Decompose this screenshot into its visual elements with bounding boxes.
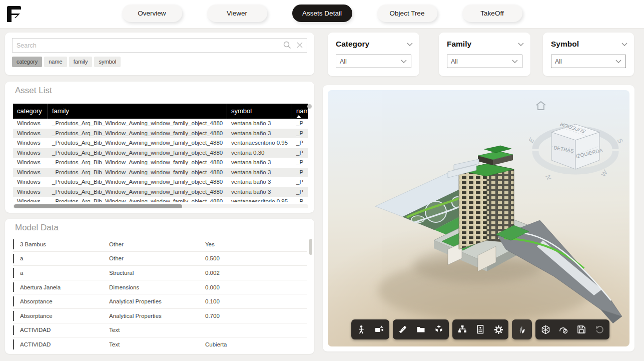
tab-object-tree[interactable]: Object Tree — [377, 5, 437, 22]
geometry-icon[interactable] — [537, 321, 554, 338]
model-data-row[interactable]: AbsorptanceAnalytical Properties0.700 — [13, 309, 307, 323]
first-person-walk-icon[interactable] — [353, 321, 370, 338]
category-select[interactable]: All — [336, 55, 411, 68]
column-header-family[interactable]: family — [48, 104, 227, 119]
model-data-cell: Cubierta — [205, 341, 307, 347]
table-cell: ventana baño 3 — [227, 158, 292, 168]
table-row[interactable]: Windows_Produtos_Arq_Bib_Window_Awning_w… — [13, 177, 308, 187]
camera-interactions-icon[interactable] — [371, 321, 388, 338]
search-input[interactable] — [12, 38, 307, 53]
model-data-row[interactable]: aStructural0.002 — [13, 266, 307, 280]
asset-horizontal-scroll-thumb[interactable] — [14, 204, 182, 208]
brand-tool-icon[interactable] — [513, 321, 530, 338]
chip-symbol[interactable]: symbol — [94, 57, 121, 67]
search-icon[interactable] — [283, 41, 292, 50]
model-data-cell: a — [13, 270, 109, 276]
chevron-down-icon[interactable] — [406, 42, 413, 47]
properties-icon[interactable] — [472, 321, 489, 338]
asset-vertical-scrollbar[interactable] — [307, 104, 312, 109]
table-row[interactable]: Windows_Produtos_Arq_Bib_Window_Awning_w… — [13, 197, 308, 202]
model-data-cell: 0.002 — [205, 270, 307, 276]
model-data-body: 3 BambusOtherYesaOther0.500aStructural0.… — [13, 237, 307, 351]
table-row[interactable]: Windows_Produtos_Arq_Bib_Window_Awning_w… — [13, 138, 308, 148]
filter-title-category[interactable]: Category — [336, 40, 413, 49]
viewer-toolbar — [351, 319, 609, 339]
search-panel: category name family symbol — [5, 33, 314, 75]
app-logo-icon[interactable] — [5, 4, 25, 24]
table-cell: Windows — [13, 187, 48, 197]
column-header-name-label: name — [296, 107, 308, 115]
settings-gear-icon[interactable] — [490, 321, 507, 338]
table-row[interactable]: Windows_Produtos_Arq_Bib_Window_Awning_w… — [13, 158, 308, 168]
model-data-cell: Other — [109, 241, 205, 247]
tab-assets-detail[interactable]: Assets Detail — [292, 5, 352, 22]
table-cell: _P — [292, 148, 308, 158]
model-data-row[interactable]: 3 BambusOtherYes — [13, 237, 307, 252]
chip-name[interactable]: name — [44, 57, 67, 67]
table-row[interactable]: Windows_Produtos_Arq_Bib_Window_Awning_w… — [13, 168, 308, 178]
save-icon[interactable] — [573, 321, 590, 338]
view-cube[interactable]: E S N W SUPERIOR DETRÁS IZQUIERDA — [525, 110, 625, 185]
asset-list-panel: Asset List category family symbol name W… — [5, 82, 314, 213]
model-data-cell: Yes — [205, 241, 307, 247]
model-vertical-scroll-thumb[interactable] — [309, 239, 312, 255]
table-cell: _P — [292, 158, 308, 168]
filter-title-symbol[interactable]: Symbol — [551, 40, 628, 49]
family-select[interactable]: All — [447, 55, 522, 68]
toolbar-group-brand — [512, 319, 532, 339]
model-data-cell: Abertura Janela — [13, 284, 109, 290]
column-header-category[interactable]: category — [13, 104, 48, 119]
symbol-select[interactable]: All — [551, 55, 626, 68]
tab-overview[interactable]: Overview — [122, 5, 182, 22]
table-row[interactable]: Windows_Produtos_Arq_Bib_Window_Awning_w… — [13, 187, 308, 197]
table-row[interactable]: Windows_Produtos_Arq_Bib_Window_Awning_w… — [13, 148, 308, 158]
filter-title-family[interactable]: Family — [447, 40, 524, 49]
table-cell: Windows — [13, 119, 48, 129]
table-cell: ventanaescritorio 0.95 — [227, 197, 292, 202]
model-data-row[interactable]: ACTIVIDADTextCubierta — [13, 337, 307, 351]
viewer-viewport[interactable]: E S N W SUPERIOR DETRÁS IZQUIERDA — [328, 90, 629, 346]
explode-model-icon[interactable] — [430, 321, 447, 338]
model-data-cell: ACTIVIDAD — [13, 341, 109, 347]
search-field-chips: category name family symbol — [12, 57, 121, 67]
home-view-icon[interactable] — [535, 100, 547, 111]
table-row[interactable]: Windows_Produtos_Arq_Bib_Window_Awning_w… — [13, 119, 308, 129]
column-header-symbol[interactable]: symbol — [227, 104, 292, 119]
toolbar-group-tools — [393, 319, 449, 339]
model-data-row[interactable]: Abertura JanelaDimensions0.000 — [13, 280, 307, 295]
model-data-cell: Text — [109, 341, 205, 347]
asset-horizontal-scroll-track[interactable] — [13, 204, 308, 208]
compass-letter-n: N — [544, 173, 553, 181]
model-data-cell: a — [13, 255, 109, 261]
model-data-cell: 3 Bambus — [13, 241, 109, 247]
sort-ascending-icon — [296, 115, 301, 118]
table-row[interactable]: Windows_Produtos_Arq_Bib_Window_Awning_w… — [13, 129, 308, 139]
table-cell: _P — [292, 177, 308, 187]
model-data-cell: ACTIVIDAD — [13, 327, 109, 333]
undo-icon[interactable] — [591, 321, 608, 338]
chevron-down-icon[interactable] — [621, 42, 628, 47]
chip-category[interactable]: category — [12, 57, 42, 67]
measure-icon[interactable] — [394, 321, 411, 338]
folder-icon[interactable] — [412, 321, 429, 338]
chevron-down-icon[interactable] — [517, 42, 524, 47]
cloud-off-icon[interactable] — [555, 321, 572, 338]
model-data-row[interactable]: AbsorptanceAnalytical Properties0.100 — [13, 294, 307, 309]
tab-takeoff[interactable]: TakeOff — [462, 5, 522, 22]
toolbar-group-actions — [535, 319, 609, 339]
model-browser-icon[interactable] — [454, 321, 471, 338]
model-data-cell: Structural — [109, 270, 205, 276]
chip-family[interactable]: family — [69, 57, 93, 67]
table-cell: _Produtos_Arq_Bib_Window_Awning_window_f… — [48, 168, 227, 178]
model-data-row[interactable]: aOther0.500 — [13, 252, 307, 266]
table-cell: _P — [292, 197, 308, 202]
tab-viewer[interactable]: Viewer — [207, 5, 267, 22]
category-select-value: All — [340, 58, 347, 65]
table-cell: Windows — [13, 129, 48, 139]
model-data-row[interactable]: ACTIVIDADText — [13, 323, 307, 338]
viewer-panel: E S N W SUPERIOR DETRÁS IZQUIERDA — [323, 85, 634, 351]
column-header-name[interactable]: name — [292, 104, 308, 119]
clear-icon[interactable] — [295, 41, 304, 50]
table-cell: _Produtos_Arq_Bib_Window_Awning_window_f… — [48, 197, 227, 202]
model-data-cell: 0.100 — [205, 298, 307, 304]
